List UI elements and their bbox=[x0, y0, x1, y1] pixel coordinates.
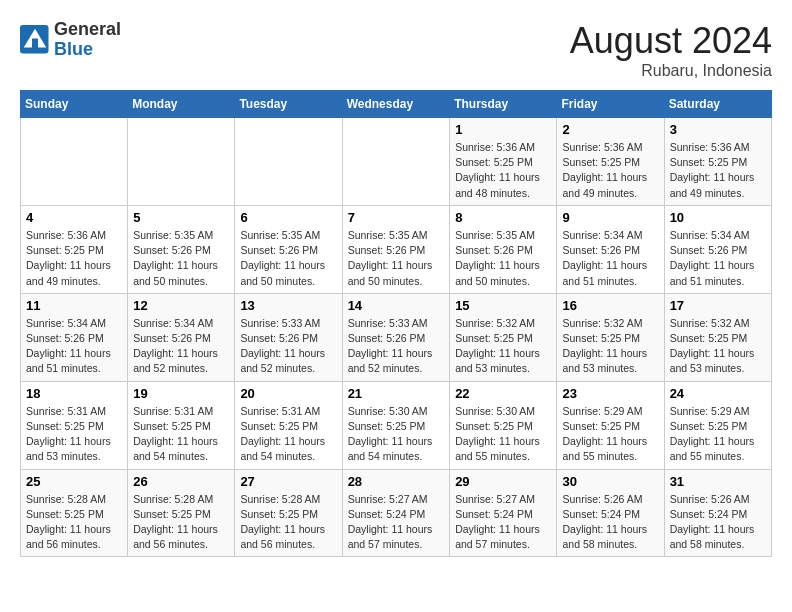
calendar-cell: 14Sunrise: 5:33 AM Sunset: 5:26 PM Dayli… bbox=[342, 293, 450, 381]
calendar-cell: 13Sunrise: 5:33 AM Sunset: 5:26 PM Dayli… bbox=[235, 293, 342, 381]
day-info: Sunrise: 5:26 AM Sunset: 5:24 PM Dayligh… bbox=[670, 492, 766, 553]
calendar-cell bbox=[21, 118, 128, 206]
day-info: Sunrise: 5:29 AM Sunset: 5:25 PM Dayligh… bbox=[670, 404, 766, 465]
calendar-cell: 21Sunrise: 5:30 AM Sunset: 5:25 PM Dayli… bbox=[342, 381, 450, 469]
day-number: 23 bbox=[562, 386, 658, 401]
day-number: 24 bbox=[670, 386, 766, 401]
weekday-header: Friday bbox=[557, 91, 664, 118]
day-info: Sunrise: 5:34 AM Sunset: 5:26 PM Dayligh… bbox=[562, 228, 658, 289]
day-info: Sunrise: 5:30 AM Sunset: 5:25 PM Dayligh… bbox=[348, 404, 445, 465]
location: Rubaru, Indonesia bbox=[570, 62, 772, 80]
day-info: Sunrise: 5:36 AM Sunset: 5:25 PM Dayligh… bbox=[455, 140, 551, 201]
day-info: Sunrise: 5:34 AM Sunset: 5:26 PM Dayligh… bbox=[26, 316, 122, 377]
calendar-cell: 10Sunrise: 5:34 AM Sunset: 5:26 PM Dayli… bbox=[664, 205, 771, 293]
logo-icon bbox=[20, 25, 50, 55]
day-number: 1 bbox=[455, 122, 551, 137]
calendar-cell: 1Sunrise: 5:36 AM Sunset: 5:25 PM Daylig… bbox=[450, 118, 557, 206]
calendar-table: SundayMondayTuesdayWednesdayThursdayFrid… bbox=[20, 90, 772, 557]
day-info: Sunrise: 5:36 AM Sunset: 5:25 PM Dayligh… bbox=[26, 228, 122, 289]
calendar-cell: 5Sunrise: 5:35 AM Sunset: 5:26 PM Daylig… bbox=[128, 205, 235, 293]
day-info: Sunrise: 5:35 AM Sunset: 5:26 PM Dayligh… bbox=[348, 228, 445, 289]
calendar-cell: 15Sunrise: 5:32 AM Sunset: 5:25 PM Dayli… bbox=[450, 293, 557, 381]
calendar-cell: 27Sunrise: 5:28 AM Sunset: 5:25 PM Dayli… bbox=[235, 469, 342, 557]
calendar-header: SundayMondayTuesdayWednesdayThursdayFrid… bbox=[21, 91, 772, 118]
day-info: Sunrise: 5:34 AM Sunset: 5:26 PM Dayligh… bbox=[670, 228, 766, 289]
day-info: Sunrise: 5:36 AM Sunset: 5:25 PM Dayligh… bbox=[670, 140, 766, 201]
day-info: Sunrise: 5:26 AM Sunset: 5:24 PM Dayligh… bbox=[562, 492, 658, 553]
day-info: Sunrise: 5:29 AM Sunset: 5:25 PM Dayligh… bbox=[562, 404, 658, 465]
calendar-cell: 16Sunrise: 5:32 AM Sunset: 5:25 PM Dayli… bbox=[557, 293, 664, 381]
calendar-cell: 11Sunrise: 5:34 AM Sunset: 5:26 PM Dayli… bbox=[21, 293, 128, 381]
calendar-cell: 24Sunrise: 5:29 AM Sunset: 5:25 PM Dayli… bbox=[664, 381, 771, 469]
day-number: 11 bbox=[26, 298, 122, 313]
day-info: Sunrise: 5:31 AM Sunset: 5:25 PM Dayligh… bbox=[133, 404, 229, 465]
calendar-cell: 12Sunrise: 5:34 AM Sunset: 5:26 PM Dayli… bbox=[128, 293, 235, 381]
day-info: Sunrise: 5:32 AM Sunset: 5:25 PM Dayligh… bbox=[670, 316, 766, 377]
day-info: Sunrise: 5:33 AM Sunset: 5:26 PM Dayligh… bbox=[348, 316, 445, 377]
day-number: 26 bbox=[133, 474, 229, 489]
day-number: 13 bbox=[240, 298, 336, 313]
svg-rect-2 bbox=[32, 38, 38, 49]
day-info: Sunrise: 5:35 AM Sunset: 5:26 PM Dayligh… bbox=[455, 228, 551, 289]
calendar-cell: 2Sunrise: 5:36 AM Sunset: 5:25 PM Daylig… bbox=[557, 118, 664, 206]
day-number: 27 bbox=[240, 474, 336, 489]
calendar-cell: 29Sunrise: 5:27 AM Sunset: 5:24 PM Dayli… bbox=[450, 469, 557, 557]
calendar-cell: 23Sunrise: 5:29 AM Sunset: 5:25 PM Dayli… bbox=[557, 381, 664, 469]
weekday-header: Wednesday bbox=[342, 91, 450, 118]
day-info: Sunrise: 5:32 AM Sunset: 5:25 PM Dayligh… bbox=[455, 316, 551, 377]
day-info: Sunrise: 5:31 AM Sunset: 5:25 PM Dayligh… bbox=[240, 404, 336, 465]
logo-line2: Blue bbox=[54, 40, 121, 60]
calendar-week-row: 25Sunrise: 5:28 AM Sunset: 5:25 PM Dayli… bbox=[21, 469, 772, 557]
day-number: 12 bbox=[133, 298, 229, 313]
day-number: 16 bbox=[562, 298, 658, 313]
weekday-row: SundayMondayTuesdayWednesdayThursdayFrid… bbox=[21, 91, 772, 118]
calendar-week-row: 1Sunrise: 5:36 AM Sunset: 5:25 PM Daylig… bbox=[21, 118, 772, 206]
logo-line1: General bbox=[54, 20, 121, 40]
calendar-cell: 8Sunrise: 5:35 AM Sunset: 5:26 PM Daylig… bbox=[450, 205, 557, 293]
day-info: Sunrise: 5:35 AM Sunset: 5:26 PM Dayligh… bbox=[240, 228, 336, 289]
day-number: 25 bbox=[26, 474, 122, 489]
day-number: 17 bbox=[670, 298, 766, 313]
calendar-cell: 9Sunrise: 5:34 AM Sunset: 5:26 PM Daylig… bbox=[557, 205, 664, 293]
day-info: Sunrise: 5:28 AM Sunset: 5:25 PM Dayligh… bbox=[26, 492, 122, 553]
calendar-cell: 7Sunrise: 5:35 AM Sunset: 5:26 PM Daylig… bbox=[342, 205, 450, 293]
day-number: 3 bbox=[670, 122, 766, 137]
calendar-week-row: 4Sunrise: 5:36 AM Sunset: 5:25 PM Daylig… bbox=[21, 205, 772, 293]
day-number: 21 bbox=[348, 386, 445, 401]
calendar-cell: 28Sunrise: 5:27 AM Sunset: 5:24 PM Dayli… bbox=[342, 469, 450, 557]
day-number: 30 bbox=[562, 474, 658, 489]
calendar-cell: 20Sunrise: 5:31 AM Sunset: 5:25 PM Dayli… bbox=[235, 381, 342, 469]
weekday-header: Monday bbox=[128, 91, 235, 118]
day-number: 15 bbox=[455, 298, 551, 313]
weekday-header: Saturday bbox=[664, 91, 771, 118]
day-info: Sunrise: 5:28 AM Sunset: 5:25 PM Dayligh… bbox=[240, 492, 336, 553]
logo: General Blue bbox=[20, 20, 121, 60]
day-info: Sunrise: 5:36 AM Sunset: 5:25 PM Dayligh… bbox=[562, 140, 658, 201]
calendar-cell bbox=[342, 118, 450, 206]
day-number: 7 bbox=[348, 210, 445, 225]
calendar-week-row: 18Sunrise: 5:31 AM Sunset: 5:25 PM Dayli… bbox=[21, 381, 772, 469]
day-info: Sunrise: 5:28 AM Sunset: 5:25 PM Dayligh… bbox=[133, 492, 229, 553]
page-header: General Blue August 2024 Rubaru, Indones… bbox=[20, 20, 772, 80]
day-number: 2 bbox=[562, 122, 658, 137]
calendar-cell bbox=[128, 118, 235, 206]
calendar-cell: 6Sunrise: 5:35 AM Sunset: 5:26 PM Daylig… bbox=[235, 205, 342, 293]
day-info: Sunrise: 5:34 AM Sunset: 5:26 PM Dayligh… bbox=[133, 316, 229, 377]
day-number: 8 bbox=[455, 210, 551, 225]
calendar-cell: 4Sunrise: 5:36 AM Sunset: 5:25 PM Daylig… bbox=[21, 205, 128, 293]
day-info: Sunrise: 5:32 AM Sunset: 5:25 PM Dayligh… bbox=[562, 316, 658, 377]
calendar-week-row: 11Sunrise: 5:34 AM Sunset: 5:26 PM Dayli… bbox=[21, 293, 772, 381]
day-number: 20 bbox=[240, 386, 336, 401]
day-info: Sunrise: 5:35 AM Sunset: 5:26 PM Dayligh… bbox=[133, 228, 229, 289]
day-number: 19 bbox=[133, 386, 229, 401]
calendar-cell: 18Sunrise: 5:31 AM Sunset: 5:25 PM Dayli… bbox=[21, 381, 128, 469]
day-number: 14 bbox=[348, 298, 445, 313]
calendar-cell: 31Sunrise: 5:26 AM Sunset: 5:24 PM Dayli… bbox=[664, 469, 771, 557]
calendar-cell: 17Sunrise: 5:32 AM Sunset: 5:25 PM Dayli… bbox=[664, 293, 771, 381]
month-year: August 2024 bbox=[570, 20, 772, 62]
day-number: 9 bbox=[562, 210, 658, 225]
day-number: 10 bbox=[670, 210, 766, 225]
day-number: 28 bbox=[348, 474, 445, 489]
day-number: 6 bbox=[240, 210, 336, 225]
day-number: 5 bbox=[133, 210, 229, 225]
